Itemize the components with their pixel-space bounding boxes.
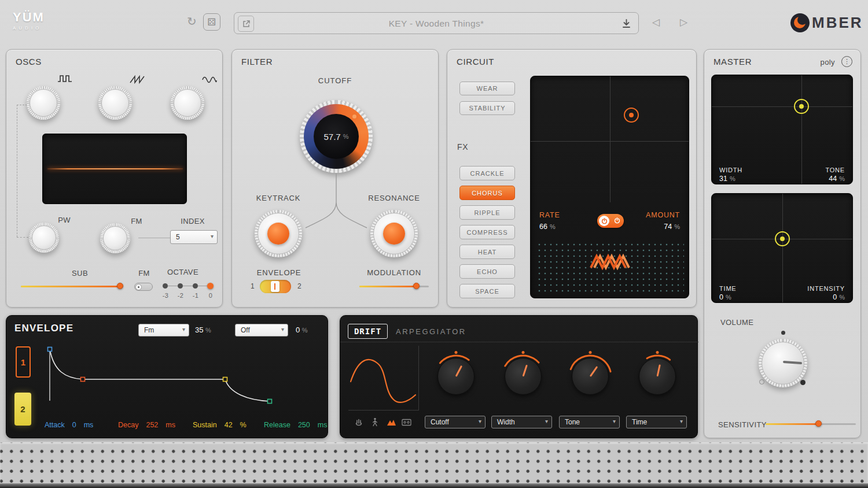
amount-value: 74% — [664, 223, 680, 231]
fx-button-heat[interactable]: HEAT — [459, 245, 515, 259]
octave-dot[interactable] — [178, 283, 183, 289]
fx-button-ripple[interactable]: RIPPLE — [459, 205, 515, 220]
keytrack-knob[interactable] — [255, 210, 302, 257]
prev-preset-button[interactable]: ◁ — [652, 16, 660, 28]
master-title: MASTER — [713, 57, 752, 66]
modulation-slider[interactable] — [359, 281, 431, 291]
randomize-dice-button[interactable]: ⚄ — [203, 13, 220, 31]
fm-knob[interactable] — [100, 223, 130, 253]
drift-knob-width[interactable] — [500, 353, 546, 400]
release-handle — [268, 400, 272, 404]
octave-tick: -1 — [190, 292, 201, 299]
width-tone-target[interactable] — [794, 99, 809, 114]
octave-tick: 0 — [205, 292, 216, 299]
master-menu-button[interactable]: ⋮ — [841, 56, 852, 67]
circuit-panel: CIRCUIT WEAR STABILITY FX CRACKLE CHORUS… — [447, 49, 697, 308]
tab-arpeggiator[interactable]: ARPEGGIATOR — [396, 327, 466, 336]
fx-xy-target[interactable] — [624, 108, 639, 123]
chevron-down-icon: ▾ — [680, 416, 683, 427]
square-wave-icon — [57, 74, 73, 84]
sensitivity-slider-handle[interactable] — [815, 420, 822, 427]
time-intensity-target[interactable] — [775, 231, 790, 246]
time-label: TIME — [719, 285, 736, 292]
fx-xy-pad[interactable]: RATE 66% AMOUNT 74% — [530, 76, 689, 298]
env-option-1[interactable]: 1 — [251, 282, 255, 290]
tab-drift[interactable]: DRIFT — [348, 324, 388, 339]
decay-handle — [81, 378, 85, 382]
cassette-icon[interactable] — [402, 419, 411, 426]
drift-target-dropdown-4[interactable]: Time▾ — [626, 416, 687, 428]
drift-waveform-box — [348, 346, 419, 411]
mountain-icon[interactable] — [387, 419, 396, 426]
octave-dot-active[interactable] — [207, 283, 214, 289]
fx-button-crackle[interactable]: CRACKLE — [459, 166, 515, 180]
drift-target-dropdown-1[interactable]: Cutoff▾ — [425, 416, 486, 428]
osc2-shape-knob[interactable] — [98, 86, 132, 120]
octave-dot[interactable] — [163, 283, 168, 289]
drift-target-dropdown-2[interactable]: Width▾ — [491, 416, 552, 428]
release-readout[interactable]: Release250ms — [264, 421, 327, 429]
wear-button[interactable]: WEAR — [459, 82, 515, 95]
saw-wave-icon — [130, 75, 145, 84]
fx-power-toggle[interactable] — [597, 214, 624, 228]
modulation-slider-handle[interactable] — [413, 283, 420, 289]
sustain-handle — [223, 378, 227, 382]
fx-button-chorus[interactable]: CHORUS — [459, 186, 515, 200]
cutoff-indicator-dot — [352, 114, 356, 119]
stability-button[interactable]: STABILITY — [459, 101, 515, 115]
volume-knob[interactable] — [759, 339, 807, 387]
cutoff-label: CUTOFF — [232, 76, 438, 85]
preset-name[interactable]: KEY - Wooden Things* — [234, 13, 638, 35]
osc1-shape-knob[interactable] — [27, 86, 60, 120]
fx-button-space[interactable]: SPACE — [459, 284, 515, 298]
next-preset-button[interactable]: ▷ — [680, 16, 687, 28]
cutoff-readout: 57.7 % — [314, 114, 359, 159]
fm-index-connector — [138, 238, 170, 238]
refresh-icon[interactable]: ↻ — [187, 14, 197, 28]
drift-knob-time[interactable] — [634, 353, 681, 400]
speaker-grille — [0, 442, 868, 483]
oscilloscope-trace — [47, 168, 183, 169]
download-icon — [621, 19, 631, 28]
pw-label: PW — [56, 216, 73, 224]
octave-dot[interactable] — [193, 283, 198, 289]
cutoff-knob[interactable]: 57.7 % — [300, 100, 373, 173]
sub-label: SUB — [62, 269, 97, 278]
sub-slider[interactable] — [21, 281, 125, 291]
save-preset-button[interactable] — [621, 19, 631, 31]
rate-label: RATE — [539, 211, 560, 219]
sensitivity-slider[interactable] — [766, 419, 858, 429]
grab-icon[interactable] — [354, 418, 363, 427]
drift-target-dropdown-3[interactable]: Tone▾ — [559, 416, 620, 428]
filter-title: FILTER — [241, 57, 273, 66]
ember-logo: MBER — [790, 13, 863, 32]
index-value: 5 — [176, 233, 180, 241]
sustain-readout[interactable]: Sustain42% — [193, 421, 247, 429]
attack-readout[interactable]: Attack0ms — [45, 421, 93, 429]
tone-value: 44% — [829, 175, 845, 183]
envelope-select-toggle[interactable] — [260, 280, 291, 293]
walk-icon[interactable] — [370, 417, 380, 427]
env-option-2[interactable]: 2 — [297, 282, 301, 290]
resonance-label: RESONANCE — [359, 194, 429, 202]
pw-knob[interactable] — [29, 223, 59, 253]
fx-button-compress[interactable]: COMPRESS — [459, 225, 515, 239]
decay-readout[interactable]: Decay252ms — [118, 421, 175, 429]
drift-knob-cutoff[interactable] — [433, 353, 479, 400]
sub-slider-handle[interactable] — [117, 283, 123, 289]
fm-toggle[interactable] — [134, 283, 153, 291]
drift-knob-tone[interactable] — [567, 353, 613, 400]
resonance-knob[interactable] — [370, 210, 418, 257]
index-label: INDEX — [175, 217, 210, 225]
fx-button-echo[interactable]: ECHO — [459, 264, 515, 279]
voice-mode-dropdown[interactable]: poly — [821, 58, 835, 66]
rate-value: 66% — [539, 223, 556, 231]
osc3-shape-knob[interactable] — [171, 86, 204, 120]
index-dropdown[interactable]: 5 ▾ — [170, 230, 218, 244]
attack-handle — [48, 347, 52, 352]
time-intensity-pad[interactable]: TIME 0% INTENSITY 0% — [711, 193, 853, 303]
width-tone-pad[interactable]: WIDTH 31% TONE 44% — [711, 75, 853, 184]
fm-label: FM — [128, 217, 145, 225]
octave-selector[interactable]: -3 -2 -1 0 — [159, 278, 222, 301]
oscs-title: OSCS — [16, 57, 42, 66]
